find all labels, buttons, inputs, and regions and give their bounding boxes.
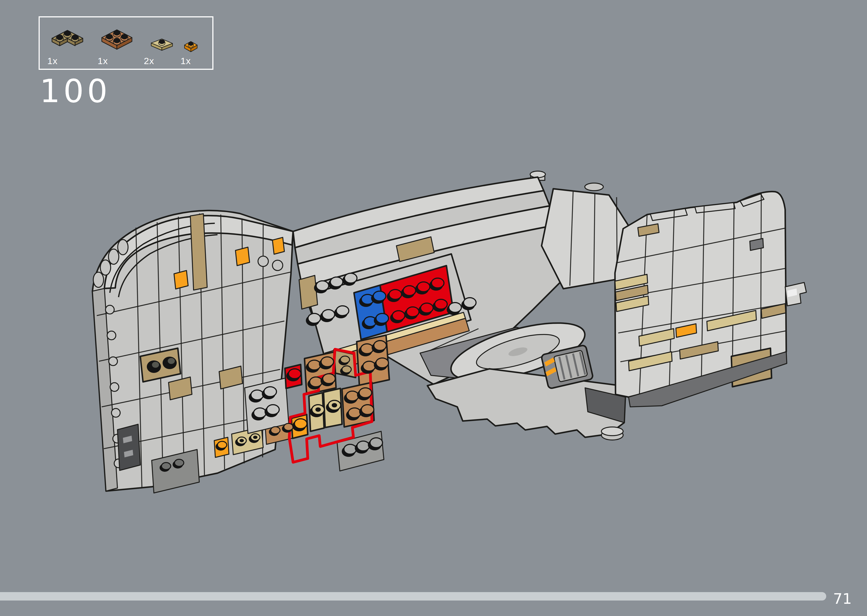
side-bracket (785, 283, 806, 306)
hull-hatch (117, 424, 140, 470)
orange-accent (235, 247, 249, 266)
rear-engine-block (93, 211, 293, 491)
instruction-page: 1x 1x (0, 0, 867, 616)
clip (258, 256, 268, 266)
orange-accent (273, 237, 284, 254)
model-illustration (0, 0, 867, 616)
clip (273, 260, 283, 270)
progress-bar (0, 592, 826, 600)
front-hull (615, 192, 806, 407)
orange-accent (174, 270, 188, 289)
page-number: 71 (833, 592, 852, 606)
